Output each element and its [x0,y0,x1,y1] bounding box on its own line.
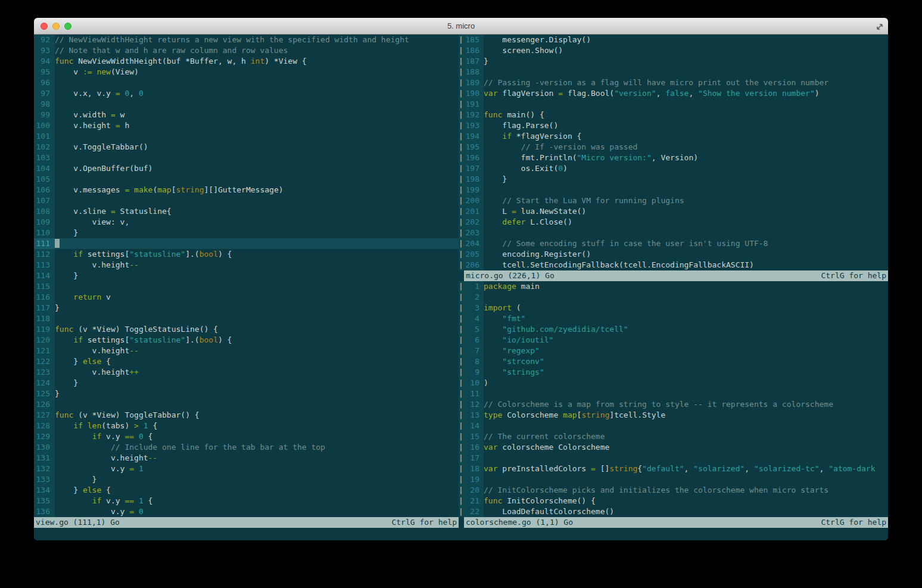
code-line[interactable]: |204 // Some encoding stuff in case the … [459,238,888,249]
code-line[interactable]: |10) [459,378,888,388]
code-line[interactable]: |14 [459,421,888,431]
code-line[interactable]: 99 v.width = w [34,110,459,120]
code-line[interactable]: 135 if v.y == 1 { [34,496,459,506]
code-line[interactable]: |205 encoding.Register() [459,249,888,260]
code-text: // Some encoding stuff in case the user … [484,238,888,249]
code-line[interactable]: |17 [459,453,888,463]
code-line[interactable]: |194 if *flagVersion { [459,131,888,142]
code-line[interactable]: |11 [459,388,888,399]
code-line[interactable]: |186 screen.Show() [459,45,888,56]
code-text: v.OpenBuffer(buf) [55,163,459,174]
right-split: |185 messenger.Display()|186 screen.Show… [459,35,888,540]
code-line[interactable]: |4 "fmt" [459,313,888,324]
code-line[interactable]: 134 } else { [34,485,459,496]
code-line[interactable]: |21func InitColorscheme() { [459,496,888,506]
code-line[interactable]: 123 v.height++ [34,367,459,378]
code-line[interactable]: |203 [459,228,888,238]
line-number: 131 [34,453,55,463]
code-line[interactable]: |189// Passing -version as a flag will h… [459,77,888,88]
resize-icon[interactable] [875,22,883,30]
code-line[interactable]: 131 v.height-- [34,453,459,463]
code-line[interactable]: 132 v.y = 1 [34,463,459,474]
code-line[interactable]: |200 // Start the Lua VM for running plu… [459,195,888,206]
code-line[interactable]: |8 "strconv" [459,356,888,367]
code-line[interactable]: |191 [459,99,888,110]
code-line[interactable]: 109 view: v, [34,217,459,228]
code-line[interactable]: 136 v.y = 0 [34,506,459,517]
pane-view-go[interactable]: 92// NewViewWidthHeight returns a new vi… [34,35,459,540]
code-line[interactable]: 122 } else { [34,356,459,367]
code-line[interactable]: |206 tcell.SetEncodingFallback(tcell.Enc… [459,260,888,270]
code-line[interactable]: |5 "github.com/zyedidia/tcell" [459,324,888,335]
code-line[interactable]: |16var colorscheme Colorscheme [459,442,888,453]
code-area-view-go[interactable]: 92// NewViewWidthHeight returns a new vi… [34,35,459,517]
code-line[interactable]: |195 // If -version was passed [459,142,888,153]
code-line[interactable]: 112 if settings["statusline"].(bool) { [34,249,459,260]
code-area-colorscheme-go[interactable]: |1package main|2|3import (|4 "fmt"|5 "gi… [459,281,888,517]
code-line[interactable]: |192func main() { [459,110,888,120]
code-line[interactable]: 118 [34,313,459,324]
code-line[interactable]: 133 } [34,474,459,485]
code-line[interactable]: 108 v.sline = Statusline{ [34,206,459,217]
code-line[interactable]: |193 flag.Parse() [459,120,888,131]
code-line[interactable]: |199 [459,185,888,195]
code-line[interactable]: 97 v.x, v.y = 0, 0 [34,88,459,99]
code-line[interactable]: |201 L = lua.NewState() [459,206,888,217]
code-line[interactable]: |198 } [459,174,888,185]
code-line[interactable]: 100 v.height = h [34,120,459,131]
code-line[interactable]: |187} [459,56,888,67]
code-line[interactable]: |196 fmt.Println("Micro version:", Versi… [459,153,888,163]
code-line[interactable]: 113 v.height-- [34,260,459,270]
code-line[interactable]: 127func (v *View) ToggleTabbar() { [34,410,459,421]
code-line[interactable]: |9 "strings" [459,367,888,378]
code-line[interactable]: 119func (v *View) ToggleStatusLine() { [34,324,459,335]
code-line[interactable]: 128 if len(tabs) > 1 { [34,421,459,431]
code-line[interactable]: |12// Colorscheme is a map from string t… [459,399,888,410]
code-line[interactable]: |18var preInstalledColors = []string{"de… [459,463,888,474]
code-line[interactable]: 98 [34,99,459,110]
code-line[interactable]: |22 LoadDefaultColorscheme() [459,506,888,517]
code-line[interactable]: 106 v.messages = make(map[string][]Gutte… [34,185,459,195]
code-line[interactable]: 116 return v [34,292,459,303]
code-line[interactable]: 126 [34,399,459,410]
code-line[interactable]: |197 os.Exit(0) [459,163,888,174]
code-line[interactable]: |188 [459,67,888,77]
code-line[interactable]: 129 if v.y == 0 { [34,431,459,442]
code-line[interactable]: |20// InitColorscheme picks and initiali… [459,485,888,496]
code-line[interactable]: |15// The current colorscheme [459,431,888,442]
code-line[interactable]: 121 v.height-- [34,346,459,356]
code-line[interactable]: 120 if settings["statusline"].(bool) { [34,335,459,346]
code-line[interactable]: |2 [459,292,888,303]
code-line[interactable]: 107 [34,195,459,206]
code-line[interactable]: 95 v := new(View) [34,67,459,77]
code-line[interactable]: |190var flagVersion = flag.Bool("version… [459,88,888,99]
code-line[interactable]: 93// Note that w and h are raw column an… [34,45,459,56]
code-line[interactable]: 130 // Include one line for the tab bar … [34,442,459,453]
code-line[interactable]: 117} [34,303,459,313]
code-line[interactable]: 114 } [34,270,459,281]
code-line[interactable]: 103 [34,153,459,163]
code-area-micro-go[interactable]: |185 messenger.Display()|186 screen.Show… [459,35,888,270]
code-line[interactable]: 101 [34,131,459,142]
line-number: 186 [464,45,484,56]
code-line[interactable]: |202 defer L.Close() [459,217,888,228]
code-line[interactable]: |19 [459,474,888,485]
code-line[interactable]: 115 [34,281,459,292]
code-line[interactable]: |13type Colorscheme map[string]tcell.Sty… [459,410,888,421]
code-line[interactable]: 110 } [34,228,459,238]
code-line[interactable]: 94func NewViewWidthHeight(buf *Buffer, w… [34,56,459,67]
code-line[interactable]: |7 "regexp" [459,346,888,356]
code-line[interactable]: 102 v.ToggleTabbar() [34,142,459,153]
code-line[interactable]: 92// NewViewWidthHeight returns a new vi… [34,35,459,45]
code-line[interactable]: |185 messenger.Display() [459,35,888,45]
code-line[interactable]: 104 v.OpenBuffer(buf) [34,163,459,174]
code-line[interactable]: 96 [34,77,459,88]
code-line[interactable]: 124 } [34,378,459,388]
title-bar[interactable]: 5. micro [34,18,888,35]
code-line[interactable]: 111 [34,238,459,249]
code-line[interactable]: |1package main [459,281,888,292]
code-line[interactable]: |3import ( [459,303,888,313]
code-line[interactable]: |6 "io/ioutil" [459,335,888,346]
code-line[interactable]: 105 [34,174,459,185]
code-line[interactable]: 125} [34,388,459,399]
